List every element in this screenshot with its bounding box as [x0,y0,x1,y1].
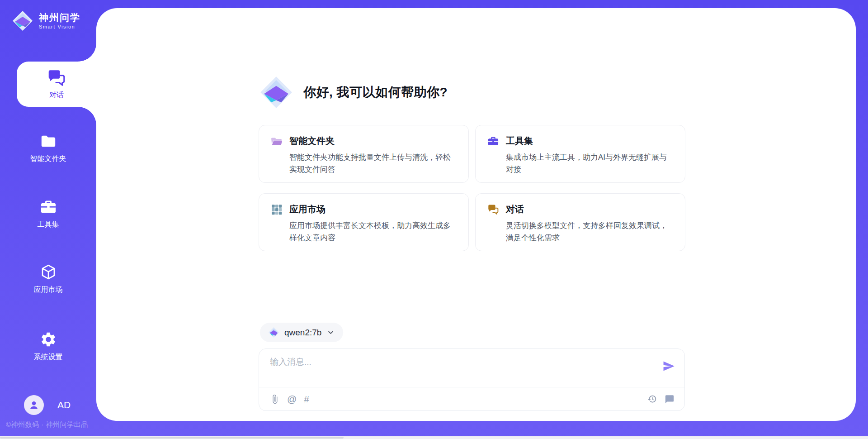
sidebar-item-settings[interactable]: 系统设置 [0,331,96,362]
greeting: 你好, 我可以如何帮助你? [259,75,448,110]
user-name: AD [57,400,71,410]
brand: 神州问学 Smart Vision [12,10,80,32]
send-icon [662,360,675,372]
user-profile[interactable]: AD [24,395,71,415]
message-composer: @ # [259,348,685,411]
briefcase-icon [40,198,57,215]
folder-icon [40,133,57,150]
sidebar-item-label: 系统设置 [34,353,63,362]
card-description: 集成市场上主流工具，助力AI与外界无缝扩展与对接 [506,151,673,176]
chat-icon [47,68,66,87]
scrollbar-thumb[interactable] [0,437,344,439]
model-selector[interactable]: qwen2:7b [260,323,343,342]
sidebar-item-toolset[interactable]: 工具集 [0,198,96,229]
app-logo-icon [259,75,293,110]
card-title: 智能文件夹 [289,135,335,147]
attachment-icon[interactable] [270,394,280,404]
brand-text: 神州问学 Smart Vision [39,12,80,29]
mention-icon[interactable]: @ [287,394,297,404]
chat-bubble-icon[interactable] [665,394,675,404]
card-title: 工具集 [506,135,533,147]
card-title: 对话 [506,203,524,215]
grid-icon [271,204,283,215]
folder-open-icon [271,135,283,147]
card-title: 应用市场 [289,203,326,215]
sidebar-item-label: 智能文件夹 [30,154,66,164]
app-logo-icon [268,327,279,338]
history-icon[interactable] [647,394,657,404]
sidebar-item-label: 应用市场 [34,285,63,295]
gear-icon [40,331,57,348]
card-app-market[interactable]: 应用市场 应用市场提供丰富长文本模板，助力高效生成多样化文章内容 [259,193,469,251]
copyright: ©神州数码 · 神州问学出品 [6,420,88,429]
app-logo-icon [12,10,33,32]
composer-toolbar: @ # [259,387,684,410]
app-subtitle: Smart Vision [39,24,80,29]
message-input[interactable] [270,356,654,382]
hashtag-icon[interactable]: # [304,394,309,404]
card-description: 智能文件夹功能支持批量文件上传与清洗，轻松实现文件问答 [289,151,457,176]
main-panel: 你好, 我可以如何帮助你? 智能文件夹 智能文件夹功能支持批量文件上传与清洗，轻… [96,8,856,421]
app-title: 神州问学 [39,12,80,23]
tab-curve-bottom [78,107,96,125]
briefcase-icon [487,135,499,147]
sidebar: 神州问学 Smart Vision 对话 智能文件夹 工具集 应用市场 [0,0,96,439]
model-name: qwen2:7b [284,328,321,338]
send-button[interactable] [662,360,675,372]
chevron-down-icon [326,328,335,337]
sidebar-item-app-market[interactable]: 应用市场 [0,263,96,295]
sidebar-item-label: 工具集 [38,220,59,229]
composer-right-tools [647,394,675,404]
person-icon [28,399,40,411]
card-description: 应用市场提供丰富长文本模板，助力高效生成多样化文章内容 [289,220,457,244]
card-description: 灵活切换多模型文件，支持多样回复效果调试，满足个性化需求 [506,220,673,244]
avatar [24,395,44,415]
feature-cards: 智能文件夹 智能文件夹功能支持批量文件上传与清洗，轻松实现文件问答 工具集 集成… [259,125,685,251]
greeting-title: 你好, 我可以如何帮助你? [303,84,448,101]
card-smart-folder[interactable]: 智能文件夹 智能文件夹功能支持批量文件上传与清洗，轻松实现文件问答 [259,125,469,183]
sidebar-item-smart-folder[interactable]: 智能文件夹 [0,133,96,164]
chat-icon [487,204,499,215]
card-toolset[interactable]: 工具集 集成市场上主流工具，助力AI与外界无缝扩展与对接 [475,125,685,183]
horizontal-scrollbar [0,436,868,439]
card-chat[interactable]: 对话 灵活切换多模型文件，支持多样回复效果调试，满足个性化需求 [475,193,685,251]
tab-curve-top [78,43,96,62]
sidebar-item-chat[interactable]: 对话 [17,62,96,107]
cube-icon [40,263,57,281]
sidebar-item-label: 对话 [49,91,64,100]
